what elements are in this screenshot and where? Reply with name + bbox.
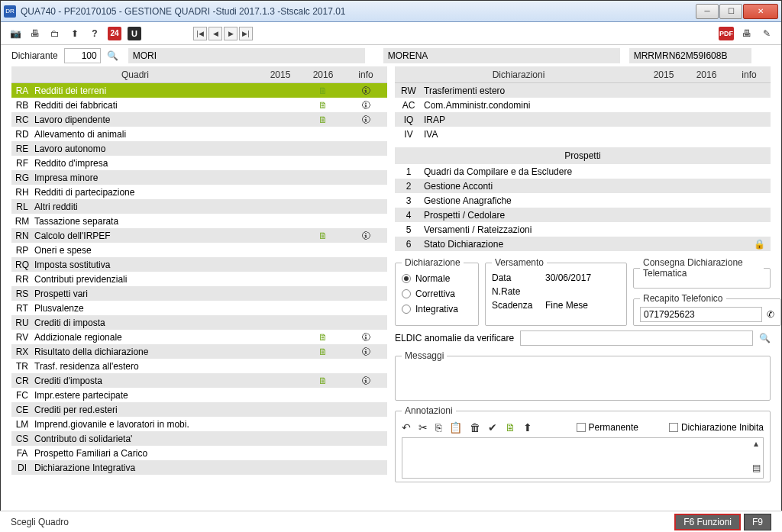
tool-u-icon[interactable]: U [128, 27, 141, 40]
radio-integrativa[interactable]: Integrativa [402, 301, 472, 317]
nav-prev-button[interactable]: ◀ [208, 27, 222, 40]
print2-icon[interactable]: 🖶 [740, 27, 754, 40]
quadro-code: RT [11, 303, 33, 314]
eldic-input[interactable] [520, 330, 753, 346]
quadro-row-RH[interactable]: RHRedditi di partecipazione [11, 185, 387, 199]
cut-icon[interactable]: ✂ [418, 421, 428, 434]
dichiarante-number-input[interactable] [64, 48, 101, 63]
quadro-row-RB[interactable]: RBRedditi dei fabbricati🗎🛈 [11, 98, 387, 112]
quadro-row-RD[interactable]: RDAllevamento di animali [11, 127, 387, 141]
prospetto-row-4[interactable]: 4Prospetti / Cedolare [395, 208, 771, 222]
messaggi-group: Messaggi [395, 350, 771, 401]
phone-icon[interactable]: ✆ [767, 309, 774, 320]
upload-icon[interactable]: ⬆ [68, 27, 82, 40]
quadro-name: Calcolo dell'IRPEF [33, 231, 259, 241]
quadro-row-RP[interactable]: RPOneri e spese [11, 243, 387, 257]
quadro-row-RR[interactable]: RRContributi previdenziali [11, 272, 387, 286]
quadro-row-CR[interactable]: CRCrediti d'imposta🗎🛈 [11, 373, 387, 388]
upload-icon[interactable]: ⬆ [523, 421, 532, 434]
quadro-row-RA[interactable]: RARedditi dei terreni🗎🛈 [11, 83, 387, 98]
pdf-icon[interactable]: PDF [719, 27, 734, 40]
f9-button[interactable]: F9 [744, 514, 771, 530]
inibita-checkbox[interactable]: Dichiarazione Inibita [669, 422, 764, 433]
nav-next-button[interactable]: ▶ [224, 27, 238, 40]
quadro-row-RS[interactable]: RSProspetti vari [11, 286, 387, 301]
prospetto-name: Quadri da Compilare e da Escludere [422, 166, 748, 177]
folder-icon[interactable]: 🗀 [48, 27, 62, 40]
quadro-row-RC[interactable]: RCLavoro dipendente🗎🛈 [11, 112, 387, 127]
info-icon[interactable]: 🛈 [361, 376, 370, 386]
search-icon[interactable]: 🔍 [759, 333, 771, 343]
quadro-row-RU[interactable]: RUCrediti di imposta [11, 315, 387, 330]
quadro-code: RD [11, 129, 33, 140]
col-dich: Dichiarazioni [395, 69, 642, 80]
prospetto-row-3[interactable]: 3Gestione Anagrafiche [395, 193, 771, 208]
info-icon[interactable]: 🛈 [361, 114, 370, 125]
copy-icon[interactable]: ⎘ [435, 421, 441, 434]
prospetto-row-1[interactable]: 1Quadri da Compilare e da Escludere [395, 164, 771, 179]
quadro-row-RV[interactable]: RVAddizionale regionale🗎🛈 [11, 330, 387, 344]
prospetto-row-2[interactable]: 2Gestione Acconti [395, 179, 771, 193]
quadro-row-RT[interactable]: RTPlusvalenze [11, 301, 387, 315]
quadro-row-CE[interactable]: CECrediti per red.esteri [11, 402, 387, 417]
quadro-row-RL[interactable]: RLAltri redditi [11, 199, 387, 214]
quadro-row-FA[interactable]: FAProspetto Familiari a Carico [11, 446, 387, 460]
nav-first-button[interactable]: |◀ [193, 27, 207, 40]
col-2015: 2015 [259, 69, 302, 80]
edit-icon[interactable]: ✎ [760, 27, 774, 40]
prospetto-row-6[interactable]: 6Stato Dichiarazione🔒 [395, 237, 771, 251]
col-info: info [344, 69, 387, 80]
col-info-r: info [728, 69, 771, 80]
radio-normale[interactable]: Normale [402, 271, 472, 286]
col-2015-r: 2015 [642, 69, 685, 80]
info-icon[interactable]: 🛈 [361, 85, 370, 96]
search-icon[interactable]: 🔍 [107, 50, 118, 61]
status-bar: Scegli Quadro F6 Funzioni F9 [0, 511, 782, 532]
quadro-row-RX[interactable]: RXRisultato della dichiarazione🗎🛈 [11, 344, 387, 359]
info-icon[interactable]: 🛈 [361, 332, 370, 343]
quadro-row-RN[interactable]: RNCalcolo dell'IRPEF🗎🛈 [11, 228, 387, 243]
check-icon[interactable]: ✔ [488, 421, 497, 434]
print-icon[interactable]: 🖶 [28, 27, 42, 40]
minimize-button[interactable]: ─ [696, 4, 719, 19]
permanente-checkbox[interactable]: Permanente [577, 422, 638, 433]
dich-row-AC[interactable]: ACCom.Amministr.condomini [395, 98, 771, 112]
dich-row-IQ[interactable]: IQIRAP [395, 112, 771, 127]
quadro-row-RG[interactable]: RGImpresa minore [11, 170, 387, 185]
info-icon[interactable]: 🛈 [361, 100, 370, 111]
quadro-row-FC[interactable]: FCImpr.estere partecipate [11, 388, 387, 402]
expand-icon[interactable]: ▤ [749, 458, 763, 478]
quadro-code: FC [11, 390, 33, 401]
camera-icon[interactable]: 📷 [8, 27, 22, 40]
annotazioni-textarea[interactable]: ▴ ▤ [402, 437, 764, 479]
undo-icon[interactable]: ↶ [402, 421, 411, 434]
delete-icon[interactable]: 🗑 [470, 421, 480, 434]
quadro-row-RM[interactable]: RMTassazione separata [11, 214, 387, 228]
paste-icon[interactable]: 📋 [449, 421, 462, 434]
f6-funzioni-button[interactable]: F6 Funzioni [674, 514, 741, 530]
quadro-row-RQ[interactable]: RQImposta sostitutiva [11, 257, 387, 272]
doc-icon[interactable]: 🗎 [505, 421, 515, 434]
quadro-row-LM[interactable]: LMImprend.giovanile e lavoratori in mobi… [11, 417, 387, 431]
quadri-header: Quadri 2015 2016 info [11, 66, 387, 83]
close-button[interactable]: ✕ [743, 4, 778, 19]
quadro-row-RF[interactable]: RFReddito d'impresa [11, 156, 387, 170]
prospetto-row-5[interactable]: 5Versamenti / Rateizzazioni [395, 222, 771, 237]
dich-row-IV[interactable]: IVIVA [395, 127, 771, 141]
phone-input[interactable] [640, 307, 762, 322]
nav-last-button[interactable]: ▶| [239, 27, 253, 40]
info-icon[interactable]: 🛈 [361, 231, 370, 241]
scroll-up-icon[interactable]: ▴ [749, 438, 763, 458]
tool-24-icon[interactable]: 24 [108, 27, 121, 40]
cf-box: MRRMRN62M59I608B [629, 48, 751, 63]
title-bar: DR QUA740 - PF20170105 - GESTIONE QUADRI… [1, 1, 781, 22]
maximize-button[interactable]: ☐ [719, 4, 742, 19]
quadro-row-DI[interactable]: DIDichiarazione Integrativa [11, 460, 387, 475]
info-icon[interactable]: 🛈 [361, 347, 370, 357]
dich-row-RW[interactable]: RWTrasferimenti estero [395, 83, 771, 98]
quadro-row-CS[interactable]: CSContributo di solidarieta' [11, 431, 387, 446]
radio-correttiva[interactable]: Correttiva [402, 286, 472, 301]
quadro-row-TR[interactable]: TRTrasf. residenza all'estero [11, 359, 387, 373]
quadro-row-RE[interactable]: RELavoro autonomo [11, 141, 387, 156]
help-icon[interactable]: ? [88, 27, 102, 40]
